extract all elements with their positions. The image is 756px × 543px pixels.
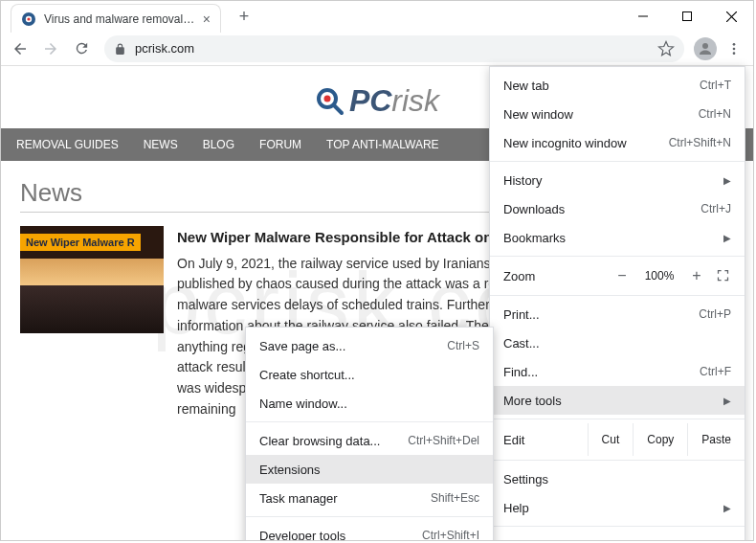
- svg-rect-4: [683, 12, 692, 21]
- nav-removal-guides[interactable]: REMOVAL GUIDES: [16, 138, 119, 151]
- titlebar: Virus and malware removal instru × +: [1, 1, 753, 32]
- menu-zoom: Zoom − 100% +: [490, 260, 745, 291]
- menu-downloads[interactable]: DownloadsCtrl+J: [490, 194, 745, 223]
- cut-button[interactable]: Cut: [588, 423, 634, 456]
- svg-point-8: [733, 43, 736, 46]
- kebab-menu-button[interactable]: [721, 35, 747, 62]
- menu-find[interactable]: Find...Ctrl+F: [490, 357, 745, 386]
- fullscreen-icon[interactable]: [716, 268, 731, 283]
- svg-point-12: [323, 95, 330, 102]
- menu-history[interactable]: History▶: [490, 166, 745, 194]
- logo-risk: risk: [391, 83, 439, 119]
- menu-cast[interactable]: Cast...: [490, 328, 745, 357]
- nav-top-antimalware[interactable]: TOP ANTI-MALWARE: [326, 138, 439, 151]
- chevron-right-icon: ▶: [723, 503, 731, 513]
- chevron-right-icon: ▶: [723, 396, 731, 406]
- reload-button[interactable]: [68, 35, 95, 62]
- lock-icon: [114, 42, 127, 56]
- submenu-extensions[interactable]: Extensions: [246, 455, 493, 484]
- paste-button[interactable]: Paste: [687, 423, 745, 456]
- more-tools-submenu: Save page as...Ctrl+S Create shortcut...…: [245, 327, 494, 541]
- logo-pc: PC: [349, 83, 391, 119]
- profile-avatar[interactable]: [694, 37, 717, 60]
- menu-edit-row: Edit Cut Copy Paste: [490, 423, 745, 456]
- star-icon[interactable]: [657, 40, 675, 57]
- submenu-name-window[interactable]: Name window...: [246, 389, 493, 418]
- submenu-dev-tools[interactable]: Developer toolsCtrl+Shift+I: [246, 521, 493, 541]
- menu-settings[interactable]: Settings: [490, 464, 745, 493]
- copy-button[interactable]: Copy: [633, 423, 687, 456]
- submenu-clear-data[interactable]: Clear browsing data...Ctrl+Shift+Del: [246, 426, 493, 455]
- forward-button[interactable]: [37, 35, 64, 62]
- zoom-out-button[interactable]: −: [612, 267, 632, 284]
- zoom-in-button[interactable]: +: [687, 267, 706, 284]
- menu-exit[interactable]: Exit: [490, 531, 745, 541]
- zoom-value: 100%: [641, 269, 678, 283]
- new-tab-button[interactable]: +: [231, 3, 257, 30]
- minimize-button[interactable]: [621, 1, 665, 32]
- svg-point-7: [702, 43, 708, 49]
- tab-title: Virus and malware removal instru: [44, 12, 197, 26]
- magnifier-icon: [315, 86, 345, 117]
- back-button[interactable]: [7, 35, 33, 62]
- svg-point-10: [733, 52, 736, 55]
- menu-more-tools[interactable]: More tools▶: [490, 386, 745, 415]
- menu-new-window[interactable]: New windowCtrl+N: [490, 100, 745, 128]
- maximize-button[interactable]: [665, 1, 709, 32]
- nav-blog[interactable]: BLOG: [203, 138, 234, 151]
- menu-incognito[interactable]: New incognito windowCtrl+Shift+N: [490, 128, 745, 157]
- favicon-icon: [21, 11, 36, 27]
- toolbar: pcrisk.com: [1, 32, 753, 66]
- chrome-menu: New tabCtrl+T New windowCtrl+N New incog…: [489, 66, 745, 541]
- window-controls: [621, 1, 753, 32]
- tab-close-icon[interactable]: ×: [203, 11, 211, 27]
- submenu-save-page[interactable]: Save page as...Ctrl+S: [246, 331, 493, 360]
- svg-point-2: [27, 17, 30, 20]
- menu-bookmarks[interactable]: Bookmarks▶: [490, 223, 745, 252]
- menu-help[interactable]: Help▶: [490, 493, 745, 522]
- chevron-right-icon: ▶: [723, 233, 731, 243]
- address-text: pcrisk.com: [135, 41, 194, 56]
- menu-new-tab[interactable]: New tabCtrl+T: [490, 71, 745, 100]
- menu-print[interactable]: Print...Ctrl+P: [490, 300, 745, 328]
- edit-label: Edit: [503, 433, 588, 447]
- thumb-label: New Wiper Malware R: [20, 234, 141, 251]
- submenu-create-shortcut[interactable]: Create shortcut...: [246, 360, 493, 389]
- submenu-task-manager[interactable]: Task managerShift+Esc: [246, 484, 493, 512]
- browser-window: Virus and malware removal instru × + pcr…: [0, 0, 754, 541]
- browser-tab[interactable]: Virus and malware removal instru ×: [11, 4, 221, 33]
- address-bar[interactable]: pcrisk.com: [104, 35, 684, 62]
- svg-point-9: [733, 47, 736, 50]
- zoom-label: Zoom: [503, 269, 603, 283]
- nav-news[interactable]: NEWS: [144, 138, 178, 151]
- article-thumbnail[interactable]: New Wiper Malware R: [20, 226, 164, 333]
- nav-forum[interactable]: FORUM: [259, 138, 301, 151]
- svg-line-13: [334, 105, 342, 113]
- chevron-right-icon: ▶: [723, 175, 731, 186]
- site-logo[interactable]: PCrisk: [315, 83, 439, 119]
- close-button[interactable]: [709, 1, 753, 32]
